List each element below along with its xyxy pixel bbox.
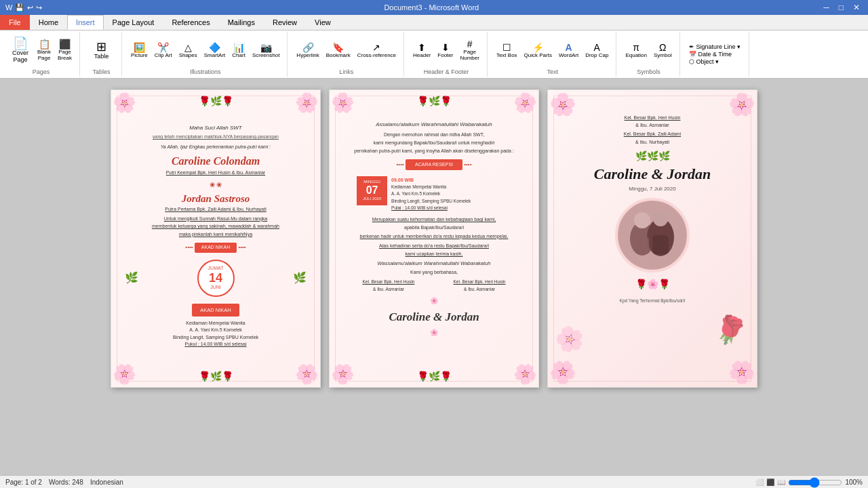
kami-ucapkan-text: kami ucapkan terima kasih. <box>343 250 525 258</box>
floral-corner-bl-1: 🌸 <box>113 363 136 386</box>
zoom-slider[interactable] <box>788 477 842 488</box>
quick-parts-button[interactable]: ⚡ Quick Parts <box>522 42 554 59</box>
flower-bottom: 🌸 <box>343 327 525 338</box>
signature-line-button[interactable]: ✒ Signature Line ▾ <box>689 43 741 50</box>
cover-date: Minggu, 7 Juli 2020 <box>558 185 747 194</box>
hyperlink-button[interactable]: 🔗 Hyperlink <box>294 42 321 59</box>
tab-home[interactable]: Home <box>30 15 67 30</box>
page-number-button[interactable]: # Page Number <box>458 39 481 62</box>
flower-center: 🌸 <box>343 296 525 306</box>
ribbon-group-pages: 📄 Cover Page 📋 Blank Page ⬛ Page Break P… <box>3 32 80 77</box>
top-family: Kel. Besar Bpk. Heri Husin & Ibu. Asmani… <box>558 114 747 146</box>
couple-photo <box>615 198 690 272</box>
akad-badge-2: AKAD NIKAH <box>192 304 239 317</box>
svg-rect-6 <box>652 235 669 254</box>
tab-view[interactable]: View <box>306 15 340 30</box>
window-controls: ─ □ ✕ <box>821 3 863 12</box>
zoom-level: 100% <box>845 479 863 486</box>
page3-content: Kel. Besar Bpk. Heri Husin & Ibu. Asmani… <box>548 90 757 314</box>
membentuk-text: membentuk keluarga yang sakinah, mawadda… <box>125 223 307 230</box>
chart-button[interactable]: 📊 Chart <box>230 42 248 59</box>
header-footer-group-label: Header & Footer <box>424 68 469 75</box>
large-floral-bl: 🌸 <box>551 322 587 357</box>
undo-icon[interactable]: ↩ <box>27 3 33 12</box>
minimize-button[interactable]: ─ <box>821 3 832 12</box>
tab-mailings[interactable]: Mailings <box>219 15 264 30</box>
tab-file[interactable]: File <box>0 15 30 30</box>
floral-corner-tr-3: 🌸 <box>728 92 755 117</box>
dengan-text: Dengan memohon rahmat dan ridha Allah SW… <box>343 131 525 138</box>
symbol-button[interactable]: Ω Symbol <box>652 42 674 59</box>
flower-divider-1: ❀ ❀ <box>125 180 307 190</box>
clip-art-button[interactable]: ✂️ Clip Art <box>153 42 174 59</box>
page-3: 🌸 🌸 🌸 🌸 Kel. Besar Bpk. Heri Husin & Ibu… <box>547 89 757 388</box>
cross-reference-icon: ↗ <box>372 43 380 52</box>
wordart-icon: A <box>565 43 572 52</box>
svg-point-2 <box>634 212 650 228</box>
header-button[interactable]: ⬆ Header <box>411 42 433 59</box>
pages-group-label: Pages <box>33 68 50 75</box>
smartart-button[interactable]: 🔷 SmartArt <box>202 42 228 59</box>
date-time-button[interactable]: 📅 Date & Time <box>689 51 732 58</box>
cross-reference-button[interactable]: ↗ Cross-reference <box>355 42 398 59</box>
bottom-floral-1: 🌹🌿🌹 <box>199 371 233 382</box>
floral-corner-br-3: 🌸 <box>728 360 755 386</box>
tab-review[interactable]: Review <box>264 15 306 30</box>
page-number-icon: # <box>467 39 473 49</box>
event-box: MINGGU 07 JULI 2020 09.00 WIB Kediaman M… <box>357 176 511 212</box>
page-break-button[interactable]: ⬛ Page Break <box>56 39 74 62</box>
table-button[interactable]: ⊞ Table <box>89 39 113 61</box>
wordart-button[interactable]: A WordArt <box>557 42 580 59</box>
blank-page-button[interactable]: 📋 Blank Page <box>35 39 53 62</box>
view-fullscreen-icon[interactable]: ⬛ <box>766 479 774 486</box>
event-address: A. A. Yani Km.5 Komelek <box>391 190 471 197</box>
picture-button[interactable]: 🖼️ Picture <box>129 42 150 59</box>
address-label: Kpd Yang Terhormat Bpk/Ibu/sdr/i <box>558 298 747 304</box>
maximize-button[interactable]: □ <box>836 3 846 12</box>
cover-title: Caroline & Jordan <box>558 166 747 182</box>
title-bar: W 💾 ↩ ↪ Document3 - Microsoft Word ─ □ ✕ <box>0 0 868 15</box>
tab-page-layout[interactable]: Page Layout <box>104 15 163 30</box>
close-button[interactable]: ✕ <box>850 3 863 12</box>
merupakan-text: Merupakan suatu kehormatan dan kebahagia… <box>343 216 525 223</box>
object-button[interactable]: ⬡ Object ▾ <box>689 58 719 65</box>
shapes-button[interactable]: △ Shapes <box>177 42 199 59</box>
groom-desc: Putra Pertama Bpk. Zaili Adami & Ibu. Nu… <box>125 206 307 214</box>
cover-page-button[interactable]: 📄 Cover Page <box>8 36 33 64</box>
view-normal-icon[interactable]: ⬜ <box>755 479 764 486</box>
equation-button[interactable]: π Equation <box>623 42 649 59</box>
ribbon-tabs: File Home Insert Page Layout References … <box>0 15 868 30</box>
view-reading-icon[interactable]: 📖 <box>777 479 785 486</box>
tab-references[interactable]: References <box>163 15 218 30</box>
word-count: Words: 248 <box>49 479 83 486</box>
maha-suci-text: Maha Suci Allah SWT <box>125 124 307 132</box>
ibu-1: & Ibu. Asmaniar <box>558 121 747 129</box>
page2-content: Assalamu'alaikum Warahmatullahi Wabaraka… <box>330 90 538 353</box>
large-floral-br: 🌹 <box>708 310 751 351</box>
window-title: Document3 - Microsoft Word <box>42 3 821 12</box>
text-box-button[interactable]: ☐ Text Box <box>494 42 519 59</box>
text-group-label: Text <box>547 68 558 75</box>
maka-text: maka pinkanlah kami menikahiNya <box>125 231 307 239</box>
screenshot-button[interactable]: 📷 Screenshot <box>250 42 281 59</box>
clip-art-icon: ✂️ <box>157 43 169 52</box>
smartart-icon: 🔷 <box>209 43 220 52</box>
header-icon: ⬆ <box>418 43 426 52</box>
untuk-text: Untuk mengikuti Sunnah Rasul-Mu dalam ra… <box>125 216 307 223</box>
picture-icon: 🖼️ <box>134 43 145 52</box>
bookmark-button[interactable]: 🔖 Bookmark <box>324 42 353 59</box>
event-time: 09.00 WIB <box>391 176 471 184</box>
drop-cap-button[interactable]: A Drop Cap <box>583 42 610 59</box>
redo-icon[interactable]: ↪ <box>36 3 42 12</box>
event-month: JULI 2020 <box>362 196 382 203</box>
tab-insert[interactable]: Insert <box>67 15 104 30</box>
ribbon-group-tables: ⊞ Table Tables <box>81 32 122 77</box>
save-icon[interactable]: 💾 <box>15 3 24 12</box>
footer-button[interactable]: ⬇ Footer <box>435 42 455 59</box>
ibu-2: & Ibu. Nurhayati <box>558 138 747 146</box>
page-1: 🌸 🌸 🌸 🌸 🌹🌿🌹 Maha Suci Allah SWT yang tel… <box>111 89 321 388</box>
text-box-icon: ☐ <box>502 43 511 52</box>
date-num: 14 <box>209 272 222 284</box>
status-bar: Page: 1 of 2 Words: 248 Indonesian ⬜ ⬛ 📖… <box>0 475 868 488</box>
signature-icon: ✒ <box>689 43 694 50</box>
